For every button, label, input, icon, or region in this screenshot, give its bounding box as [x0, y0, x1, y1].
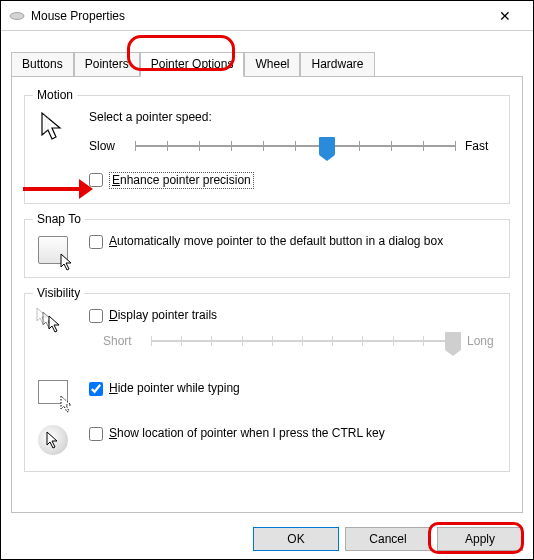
ok-button[interactable]: OK — [253, 527, 339, 551]
ctrl-locate-label[interactable]: Show location of pointer when I press th… — [109, 426, 501, 441]
trails-short-label: Short — [103, 334, 137, 348]
apply-button[interactable]: Apply — [437, 527, 523, 551]
close-button[interactable]: ✕ — [485, 2, 525, 30]
tab-pointers[interactable]: Pointers — [74, 52, 140, 76]
enhance-precision-checkbox[interactable] — [89, 173, 103, 187]
mouse-icon — [9, 11, 25, 21]
snapto-legend: Snap To — [33, 212, 85, 226]
hide-pointer-checkbox[interactable] — [89, 382, 103, 396]
snapto-icon — [33, 230, 73, 270]
visibility-group: Visibility Display pointer trails Short … — [24, 286, 510, 472]
hide-pointer-label[interactable]: Hide pointer while typing — [109, 381, 501, 396]
enhance-access: E — [112, 173, 120, 187]
speed-slow-label: Slow — [89, 139, 125, 153]
cancel-button[interactable]: Cancel — [345, 527, 431, 551]
pointer-trails-checkbox[interactable] — [89, 309, 103, 323]
pointer-trails-slider — [151, 329, 453, 353]
ctrl-access: S — [109, 426, 117, 440]
enhance-precision-label[interactable]: Enhance pointer precision — [109, 172, 501, 189]
tab-hardware[interactable]: Hardware — [300, 52, 374, 76]
trails-long-label: Long — [467, 334, 501, 348]
window-title: Mouse Properties — [31, 9, 485, 23]
snapto-label[interactable]: Automatically move pointer to the defaul… — [109, 234, 501, 249]
hide-pointer-icon — [33, 372, 73, 412]
snapto-checkbox[interactable] — [89, 235, 103, 249]
tab-buttons[interactable]: Buttons — [11, 52, 74, 76]
motion-legend: Motion — [33, 88, 77, 102]
tabstrip: Buttons Pointers Pointer Options Wheel H… — [1, 31, 533, 76]
trails-access: D — [109, 308, 118, 322]
motion-cursor-icon — [33, 108, 73, 148]
snapto-access: A — [109, 234, 117, 248]
ctrl-locate-checkbox[interactable] — [89, 427, 103, 441]
speed-fast-label: Fast — [465, 139, 501, 153]
visibility-legend: Visibility — [33, 286, 84, 300]
tab-wheel[interactable]: Wheel — [244, 52, 300, 76]
titlebar: Mouse Properties ✕ — [1, 1, 533, 31]
dialog-button-row: OK Cancel Apply — [253, 527, 523, 551]
tab-pointer-options[interactable]: Pointer Options — [140, 52, 245, 77]
tab-body: Motion Select a pointer speed: Slow Fast… — [11, 76, 523, 513]
motion-group: Motion Select a pointer speed: Slow Fast… — [24, 88, 510, 204]
svg-point-0 — [10, 12, 24, 19]
pointer-speed-slider[interactable] — [135, 134, 455, 158]
pointer-trails-icon — [33, 302, 73, 342]
snapto-group: Snap To Automatically move pointer to th… — [24, 212, 510, 278]
ctrl-locate-icon — [33, 420, 73, 460]
hide-access: H — [109, 381, 118, 395]
speed-label: Select a pointer speed: — [89, 110, 501, 124]
pointer-trails-label[interactable]: Display pointer trails — [109, 308, 501, 323]
